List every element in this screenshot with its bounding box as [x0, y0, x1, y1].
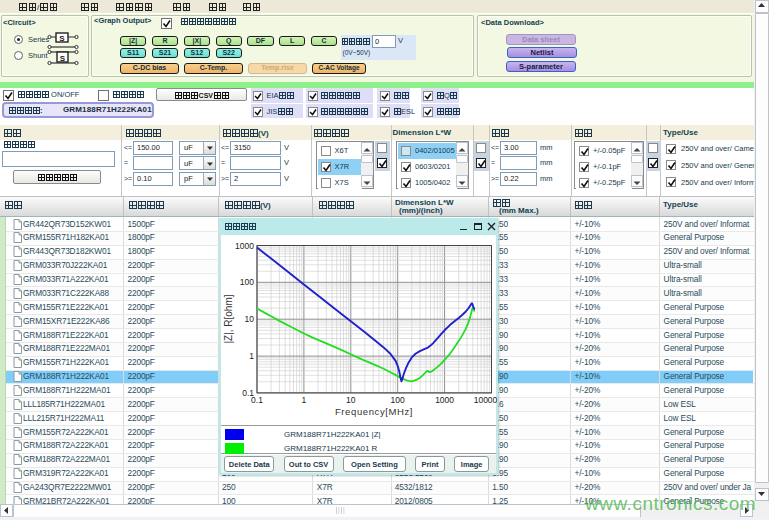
svg-text:10: 10 — [346, 394, 356, 404]
svg-text:10000: 10000 — [474, 394, 498, 404]
svg-text:1000: 1000 — [235, 240, 254, 250]
svg-text:S: S — [60, 54, 66, 63]
svg-text:Frequency[MHz]: Frequency[MHz] — [335, 406, 413, 417]
svg-text:10: 10 — [245, 314, 255, 324]
svg-text:100: 100 — [240, 277, 254, 287]
svg-text:1: 1 — [249, 351, 254, 361]
svg-text:1000: 1000 — [435, 394, 454, 404]
svg-text:|Z|, R[ohm]: |Z|, R[ohm] — [223, 294, 234, 343]
svg-text:S: S — [59, 34, 65, 43]
svg-text:100: 100 — [391, 394, 405, 404]
svg-text:0.1: 0.1 — [251, 394, 263, 404]
svg-text:1: 1 — [302, 394, 307, 404]
